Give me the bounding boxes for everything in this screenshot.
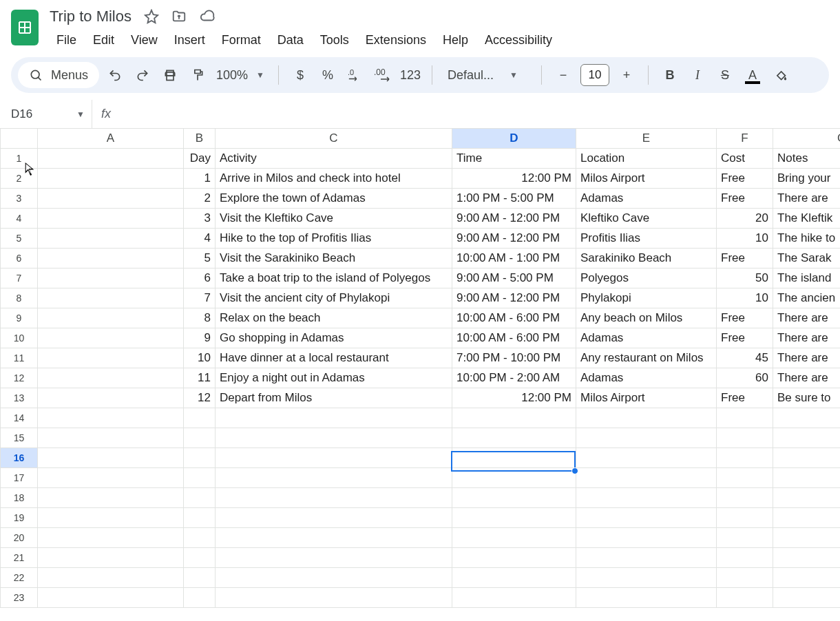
cloud-status-icon[interactable] <box>199 9 216 24</box>
cell-G11[interactable]: There are <box>773 348 841 368</box>
cell-G4[interactable]: The Kleftik <box>773 208 841 228</box>
cell-F23[interactable] <box>717 587 773 607</box>
cell-B4[interactable]: 3 <box>184 208 216 228</box>
cell-E12[interactable]: Adamas <box>576 368 717 388</box>
cell-G12[interactable]: There are <box>773 368 841 388</box>
row-header-13[interactable]: 13 <box>1 388 38 408</box>
menus-search-pill[interactable]: Menus <box>18 62 99 88</box>
cell-C7[interactable]: Take a boat trip to the island of Polyeg… <box>216 268 452 288</box>
cell-G3[interactable]: There are <box>773 188 841 208</box>
cell-E20[interactable] <box>576 527 717 547</box>
font-family-dropdown[interactable]: Defaul... ▼ <box>442 68 532 83</box>
cell-F8[interactable]: 10 <box>717 288 773 308</box>
cell-C8[interactable]: Visit the ancient city of Phylakopi <box>216 288 452 308</box>
cell-F22[interactable] <box>717 567 773 587</box>
cell-D20[interactable] <box>452 527 576 547</box>
percent-format-button[interactable]: % <box>316 63 339 87</box>
increase-font-size-button[interactable]: + <box>615 63 638 87</box>
cell-A5[interactable] <box>38 228 184 248</box>
cell-F15[interactable] <box>717 428 773 448</box>
cell-F20[interactable] <box>717 527 773 547</box>
cell-F11[interactable]: 45 <box>717 348 773 368</box>
cell-E10[interactable]: Adamas <box>576 328 717 348</box>
cell-A4[interactable] <box>38 208 184 228</box>
cell-F10[interactable]: Free <box>717 328 773 348</box>
zoom-dropdown[interactable]: 100% ▼ <box>213 68 269 83</box>
row-header-2[interactable]: 2 <box>1 168 38 188</box>
column-header-g[interactable]: G <box>773 129 841 148</box>
row-header-8[interactable]: 8 <box>1 288 38 308</box>
cell-B23[interactable] <box>184 587 216 607</box>
star-icon[interactable] <box>144 9 159 24</box>
row-header-21[interactable]: 21 <box>1 547 38 567</box>
row-header-7[interactable]: 7 <box>1 268 38 288</box>
cell-C17[interactable] <box>216 467 452 487</box>
menu-insert[interactable]: Insert <box>167 29 212 52</box>
cell-B8[interactable]: 7 <box>184 288 216 308</box>
cell-C2[interactable]: Arrive in Milos and check into hotel <box>216 168 452 188</box>
cell-G2[interactable]: Bring your <box>773 168 841 188</box>
cell-A9[interactable] <box>38 308 184 328</box>
menu-tools[interactable]: Tools <box>313 29 356 52</box>
cell-E18[interactable] <box>576 487 717 507</box>
cell-G6[interactable]: The Sarak <box>773 248 841 268</box>
row-header-19[interactable]: 19 <box>1 507 38 527</box>
decrease-font-size-button[interactable]: − <box>552 63 575 87</box>
menu-data[interactable]: Data <box>271 29 311 52</box>
column-header-b[interactable]: B <box>184 129 216 148</box>
cell-E8[interactable]: Phylakopi <box>576 288 717 308</box>
document-title[interactable]: Trip to Milos <box>50 8 132 25</box>
cell-D19[interactable] <box>452 507 576 527</box>
cell-F14[interactable] <box>717 408 773 428</box>
row-header-1[interactable]: 1 <box>1 148 38 168</box>
cell-F4[interactable]: 20 <box>717 208 773 228</box>
cell-D15[interactable] <box>452 428 576 448</box>
cell-E9[interactable]: Any beach on Milos <box>576 308 717 328</box>
cell-A14[interactable] <box>38 408 184 428</box>
cell-D22[interactable] <box>452 567 576 587</box>
redo-button[interactable] <box>131 63 154 87</box>
cell-G5[interactable]: The hike to <box>773 228 841 248</box>
cell-C12[interactable]: Enjoy a night out in Adamas <box>216 368 452 388</box>
cell-D12[interactable]: 10:00 PM - 2:00 AM <box>452 368 576 388</box>
cell-B3[interactable]: 2 <box>184 188 216 208</box>
cell-G18[interactable] <box>773 487 841 507</box>
column-header-a[interactable]: A <box>38 129 184 148</box>
cell-A17[interactable] <box>38 467 184 487</box>
row-header-4[interactable]: 4 <box>1 208 38 228</box>
select-all-corner[interactable] <box>1 129 38 148</box>
cell-F1[interactable]: Cost <box>717 148 773 168</box>
cell-D17[interactable] <box>452 467 576 487</box>
formula-input[interactable] <box>120 100 840 128</box>
number-format-button[interactable]: 123 <box>399 63 422 87</box>
column-header-e[interactable]: E <box>576 129 717 148</box>
cell-C5[interactable]: Hike to the top of Profitis Ilias <box>216 228 452 248</box>
cell-F21[interactable] <box>717 547 773 567</box>
cell-E23[interactable] <box>576 587 717 607</box>
cell-F13[interactable]: Free <box>717 388 773 408</box>
cell-G8[interactable]: The ancien <box>773 288 841 308</box>
cell-C9[interactable]: Relax on the beach <box>216 308 452 328</box>
cell-B7[interactable]: 6 <box>184 268 216 288</box>
cell-A13[interactable] <box>38 388 184 408</box>
cell-A6[interactable] <box>38 248 184 268</box>
cell-C11[interactable]: Have dinner at a local restaurant <box>216 348 452 368</box>
cell-G1[interactable]: Notes <box>773 148 841 168</box>
row-header-20[interactable]: 20 <box>1 527 38 547</box>
cell-E5[interactable]: Profitis Ilias <box>576 228 717 248</box>
cell-G22[interactable] <box>773 567 841 587</box>
cell-D6[interactable]: 10:00 AM - 1:00 PM <box>452 248 576 268</box>
cell-D21[interactable] <box>452 547 576 567</box>
currency-format-button[interactable]: $ <box>288 63 312 87</box>
cell-C6[interactable]: Visit the Sarakiniko Beach <box>216 248 452 268</box>
menu-view[interactable]: View <box>124 29 165 52</box>
cell-E14[interactable] <box>576 408 717 428</box>
cell-F18[interactable] <box>717 487 773 507</box>
cell-G14[interactable] <box>773 408 841 428</box>
cell-F12[interactable]: 60 <box>717 368 773 388</box>
cell-E13[interactable]: Milos Airport <box>576 388 717 408</box>
menu-file[interactable]: File <box>50 29 83 52</box>
cell-G23[interactable] <box>773 587 841 607</box>
cell-C10[interactable]: Go shopping in Adamas <box>216 328 452 348</box>
undo-button[interactable] <box>103 63 127 87</box>
